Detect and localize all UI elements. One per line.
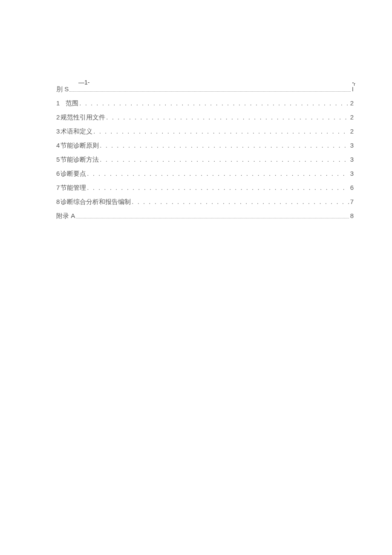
toc-page: 3	[349, 142, 354, 148]
toc-entry: 4节能诊断原则 3	[56, 142, 354, 148]
toc-num: 5	[56, 156, 60, 163]
toc-leader	[87, 184, 349, 191]
toc-label: 2规范性引用文件	[56, 114, 106, 120]
header-mark-right: "r	[352, 81, 355, 87]
toc-text: 范围	[66, 99, 78, 107]
toc-entry: 6诊断要点 3	[56, 170, 354, 177]
toc-label: 6诊断要点	[56, 170, 87, 177]
toc-text: 节能诊断方法	[61, 156, 99, 163]
toc-label: 1范围	[56, 100, 79, 106]
toc-label: 7节能管理	[56, 184, 87, 191]
toc-label: 5节能诊断方法	[56, 156, 100, 163]
toc-text: 诊断要点	[61, 170, 86, 177]
toc-entry: 附录 A 8	[56, 212, 354, 219]
toc-page: 3	[349, 156, 354, 163]
toc-page: 3	[349, 170, 354, 177]
toc-label: 刖 S	[56, 86, 69, 92]
toc-num: 7	[56, 184, 60, 191]
toc-num: 2	[56, 113, 60, 121]
toc-page: 2	[349, 114, 354, 120]
document-page: —1- "r 刖 S I 1范围 2 2规范性引用文件 2 3术语和定义 2 4…	[0, 0, 392, 219]
toc-entry: 刖 S I	[56, 86, 354, 92]
toc-num: 4	[56, 142, 60, 149]
toc-entry: 3术语和定义 2	[56, 128, 354, 134]
toc-page: 8	[349, 212, 354, 219]
toc-num: 8	[56, 198, 60, 205]
toc-text: 节能管理	[61, 184, 86, 191]
toc-entry: 7节能管理 6	[56, 184, 354, 191]
toc-num: 1	[56, 99, 60, 107]
toc-page: 2	[349, 100, 354, 106]
toc-num: 6	[56, 170, 60, 177]
toc-entry: 2规范性引用文件 2	[56, 114, 354, 120]
toc-page: 7	[349, 198, 354, 205]
toc-label: 4节能诊断原则	[56, 142, 100, 148]
toc-entry: 5节能诊断方法 3	[56, 156, 354, 163]
toc-leader	[93, 128, 349, 134]
toc-leader	[69, 86, 351, 92]
toc-label: 3术语和定义	[56, 128, 93, 134]
toc-entry: 1范围 2	[56, 100, 354, 106]
toc-leader	[79, 100, 349, 106]
toc-leader	[100, 156, 349, 163]
toc-leader	[132, 198, 349, 205]
header-mark-left: —1-	[78, 79, 89, 86]
toc-entry: 8诊断综合分析和报告编制 7	[56, 198, 354, 205]
toc-leader	[76, 212, 349, 218]
toc-text: 规范性引用文件	[61, 113, 105, 121]
toc-leader	[106, 114, 349, 120]
header-marks: —1- "r	[56, 79, 354, 87]
toc-text: 诊断综合分析和报告编制	[61, 198, 131, 205]
toc-text: 节能诊断原则	[61, 142, 99, 149]
toc-text: 术语和定义	[61, 128, 92, 135]
toc-label: 附录 A	[56, 212, 76, 219]
toc-page: 6	[349, 184, 354, 191]
toc-label: 8诊断综合分析和报告编制	[56, 198, 132, 205]
toc-leader	[87, 170, 349, 177]
toc-num: 3	[56, 128, 60, 135]
toc-leader	[100, 142, 349, 148]
toc-page: 2	[349, 128, 354, 134]
toc-page: I	[351, 86, 354, 92]
